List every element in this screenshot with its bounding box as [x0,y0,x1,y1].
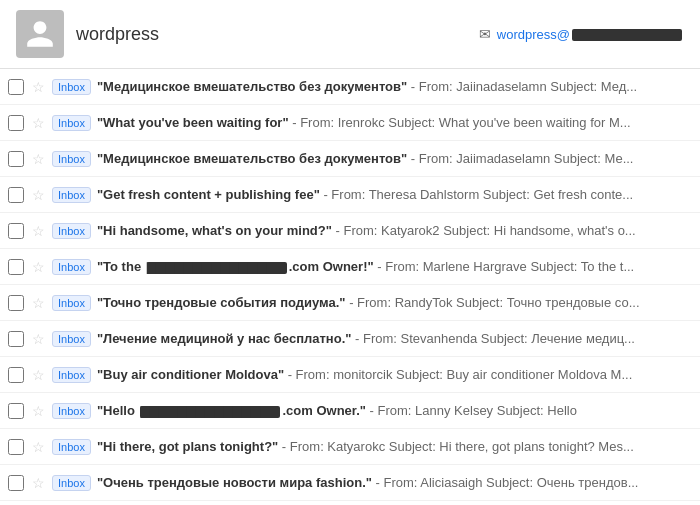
star-icon[interactable]: ☆ [30,331,46,347]
email-checkbox[interactable] [8,475,24,491]
inbox-badge: Inbox [52,475,91,491]
email-content: "Hi there, got plans tonight?" - From: K… [97,439,692,454]
email-content: "What you've been waiting for" - From: I… [97,115,692,130]
star-icon[interactable]: ☆ [30,475,46,491]
email-content: "Hello █████████████.com Owner." - From:… [97,403,692,418]
table-row[interactable]: ☆Inbox"Buy air conditioner Moldova" - Fr… [0,357,700,393]
inbox-badge: Inbox [52,259,91,275]
email-content: "Hi handsome, what's on your mind?" - Fr… [97,223,692,238]
email-content: "Медицинское вмешательство без документо… [97,79,692,94]
email-content: "To the █████████████.com Owner!" - From… [97,259,692,274]
star-icon[interactable]: ☆ [30,439,46,455]
table-row[interactable]: ☆Inbox"Лечение медициной у нас бесплатно… [0,321,700,357]
table-row[interactable]: ☆Inbox"Очень трендовые новости мира fash… [0,465,700,501]
account-name: wordpress [76,24,467,45]
email-checkbox[interactable] [8,439,24,455]
email-checkbox[interactable] [8,223,24,239]
inbox-badge: Inbox [52,187,91,203]
email-content: "Buy air conditioner Moldova" - From: mo… [97,367,692,382]
email-checkbox[interactable] [8,295,24,311]
email-checkbox[interactable] [8,115,24,131]
star-icon[interactable]: ☆ [30,115,46,131]
email-address: wordpress@ [497,27,684,42]
star-icon[interactable]: ☆ [30,151,46,167]
inbox-badge: Inbox [52,79,91,95]
star-icon[interactable]: ☆ [30,187,46,203]
email-checkbox[interactable] [8,259,24,275]
table-row[interactable]: ☆Inbox"Медицинское вмешательство без док… [0,69,700,105]
table-row[interactable]: ☆Inbox"To the █████████████.com Owner!" … [0,249,700,285]
inbox-badge: Inbox [52,151,91,167]
table-row[interactable]: ☆Inbox"Hello █████████████.com Owner." -… [0,393,700,429]
table-row[interactable]: ☆Inbox"Get fresh content + publishing fe… [0,177,700,213]
table-row[interactable]: ☆Inbox"Медицинское вмешательство без док… [0,141,700,177]
star-icon[interactable]: ☆ [30,259,46,275]
email-checkbox[interactable] [8,403,24,419]
inbox-badge: Inbox [52,367,91,383]
email-checkbox[interactable] [8,79,24,95]
star-icon[interactable]: ☆ [30,223,46,239]
email-list: ☆Inbox"Медицинское вмешательство без док… [0,69,700,501]
header: wordpress ✉ wordpress@ [0,0,700,69]
email-content: "Лечение медициной у нас бесплатно." - F… [97,331,692,346]
header-email: ✉ wordpress@ [479,26,684,42]
inbox-badge: Inbox [52,439,91,455]
email-checkbox[interactable] [8,151,24,167]
inbox-badge: Inbox [52,223,91,239]
star-icon[interactable]: ☆ [30,79,46,95]
inbox-badge: Inbox [52,115,91,131]
table-row[interactable]: ☆Inbox"Точно трендовые события подиума."… [0,285,700,321]
email-content: "Очень трендовые новости мира fashion." … [97,475,692,490]
star-icon[interactable]: ☆ [30,403,46,419]
star-icon[interactable]: ☆ [30,295,46,311]
table-row[interactable]: ☆Inbox"What you've been waiting for" - F… [0,105,700,141]
inbox-badge: Inbox [52,295,91,311]
star-icon[interactable]: ☆ [30,367,46,383]
email-checkbox[interactable] [8,187,24,203]
inbox-badge: Inbox [52,403,91,419]
inbox-badge: Inbox [52,331,91,347]
avatar [16,10,64,58]
table-row[interactable]: ☆Inbox"Hi there, got plans tonight?" - F… [0,429,700,465]
email-checkbox[interactable] [8,331,24,347]
email-content: "Медицинское вмешательство без документо… [97,151,692,166]
email-icon: ✉ [479,26,491,42]
email-content: "Точно трендовые события подиума." - Fro… [97,295,692,310]
email-checkbox[interactable] [8,367,24,383]
email-content: "Get fresh content + publishing fee" - F… [97,187,692,202]
table-row[interactable]: ☆Inbox"Hi handsome, what's on your mind?… [0,213,700,249]
